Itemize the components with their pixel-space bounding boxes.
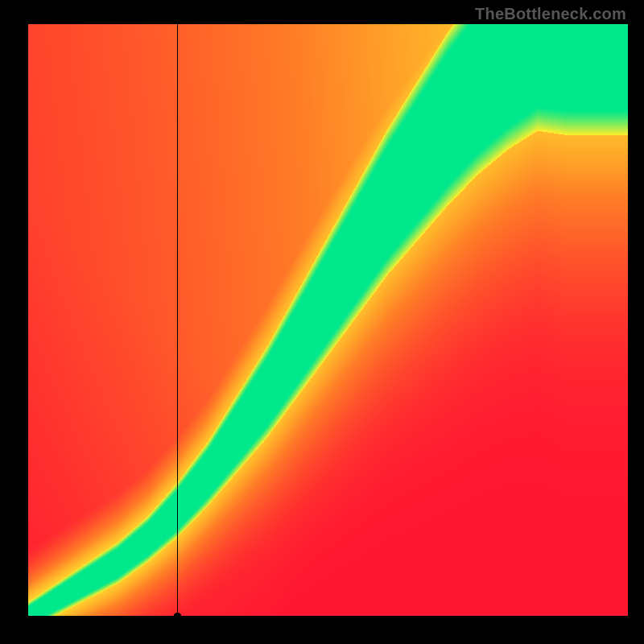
watermark-text: TheBottleneck.com bbox=[475, 5, 626, 23]
bottleneck-heatmap bbox=[0, 0, 644, 644]
